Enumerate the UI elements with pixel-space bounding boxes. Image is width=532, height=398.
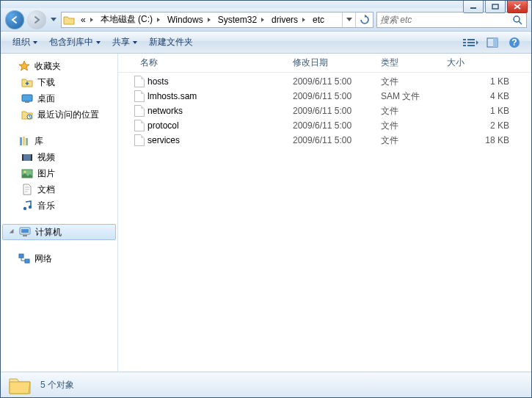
chevron-down-icon — [33, 41, 37, 44]
document-icon — [21, 184, 33, 195]
file-row[interactable]: lmhosts.sam2009/6/11 5:00SAM 文件4 KB — [118, 89, 531, 104]
column-name[interactable]: 名称 — [118, 54, 287, 72]
minimize-button[interactable] — [463, 0, 484, 13]
file-row[interactable]: protocol2009/6/11 5:00文件2 KB — [118, 118, 531, 133]
file-row[interactable]: hosts2009/6/11 5:00文件1 KB — [118, 74, 531, 89]
sidebar-libraries[interactable]: 库 — [1, 133, 117, 149]
desktop-icon — [21, 93, 33, 104]
file-size-cell: 1 KB — [441, 76, 531, 87]
breadcrumb-seg-system32[interactable]: System32 — [214, 12, 267, 27]
file-name: networks — [147, 106, 183, 116]
file-type-cell: 文件 — [375, 76, 441, 88]
file-date-cell: 2009/6/11 5:00 — [287, 76, 375, 87]
refresh-button[interactable] — [355, 12, 373, 27]
sidebar-desktop[interactable]: 桌面 — [1, 90, 117, 106]
breadcrumb-label: etc — [313, 15, 324, 25]
breadcrumb-label: Windows — [167, 15, 203, 25]
svg-rect-30 — [25, 259, 29, 263]
maximize-button[interactable] — [485, 0, 506, 13]
search-input[interactable] — [380, 15, 511, 25]
column-size[interactable]: 大小 — [441, 54, 531, 72]
include-in-library-menu[interactable]: 包含到库中 — [43, 33, 106, 51]
folder-icon — [62, 12, 76, 27]
title-bar — [1, 1, 531, 8]
newfolder-label: 新建文件夹 — [149, 36, 193, 48]
computer-icon — [19, 226, 31, 238]
sidebar-label: 计算机 — [34, 226, 62, 239]
svg-point-23 — [24, 171, 26, 173]
back-button[interactable] — [5, 10, 24, 29]
sidebar-label: 视频 — [36, 151, 55, 164]
sidebar-documents[interactable]: 文档 — [1, 181, 117, 198]
star-icon — [18, 60, 30, 72]
share-label: 共享 — [112, 36, 130, 48]
sidebar-group-favorites: 收藏夹 下载 桌面 最近访问的位置 — [1, 58, 117, 123]
sidebar-group-computer: 计算机 — [1, 224, 117, 240]
sidebar-computer[interactable]: 计算机 — [2, 224, 116, 240]
preview-pane-button[interactable] — [481, 35, 503, 51]
breadcrumb-seg-windows[interactable]: Windows — [163, 12, 214, 27]
sidebar-favorites[interactable]: 收藏夹 — [1, 58, 117, 74]
file-type-cell: SAM 文件 — [375, 90, 441, 103]
preview-pane-icon — [487, 37, 498, 48]
chevron-down-icon — [51, 18, 57, 22]
file-name-cell: lmhosts.sam — [118, 90, 287, 102]
view-icon — [462, 37, 478, 48]
file-name: lmhosts.sam — [147, 91, 197, 101]
file-list[interactable]: hosts2009/6/11 5:00文件1 KBlmhosts.sam2009… — [118, 73, 531, 372]
chevron-right-icon — [261, 18, 264, 22]
chevron-right-icon — [10, 229, 15, 235]
breadcrumb[interactable]: « 本地磁盘 (C:) Windows System32 drivers etc — [61, 12, 374, 28]
svg-rect-4 — [467, 39, 475, 40]
file-size-cell: 18 KB — [441, 135, 531, 145]
breadcrumb-overflow[interactable]: « — [76, 12, 96, 27]
sidebar-pictures[interactable]: 图片 — [1, 165, 117, 181]
svg-point-2 — [514, 16, 520, 22]
help-button[interactable]: ? — [503, 35, 525, 51]
new-folder-button[interactable]: 新建文件夹 — [143, 33, 199, 51]
breadcrumb-seg-etc[interactable]: etc — [308, 12, 327, 27]
file-icon — [134, 120, 145, 131]
minimize-icon — [470, 4, 477, 10]
file-date-cell: 2009/6/11 5:00 — [287, 91, 375, 101]
svg-rect-10 — [493, 38, 498, 47]
nav-history-dropdown[interactable] — [49, 12, 58, 27]
svg-rect-6 — [467, 42, 475, 43]
breadcrumb-dropdown[interactable] — [342, 12, 355, 27]
sidebar-label: 网络 — [33, 253, 52, 265]
search-button[interactable] — [511, 14, 523, 26]
refresh-icon — [360, 15, 370, 25]
main-area: 收藏夹 下载 桌面 最近访问的位置 库 视频 — [1, 54, 531, 372]
view-mode-button[interactable] — [459, 35, 481, 51]
expand-toggle[interactable] — [9, 231, 16, 234]
sidebar-recent[interactable]: 最近访问的位置 — [1, 106, 117, 123]
file-name: hosts — [147, 76, 169, 87]
breadcrumb-seg-drivers[interactable]: drivers — [267, 12, 308, 27]
breadcrumb-seg-drive[interactable]: 本地磁盘 (C:) — [96, 12, 163, 27]
share-menu[interactable]: 共享 — [106, 33, 143, 51]
nav-pane[interactable]: 收藏夹 下载 桌面 最近访问的位置 库 视频 — [1, 54, 118, 372]
chevron-right-icon — [302, 18, 305, 22]
file-name-cell: networks — [118, 105, 287, 117]
sidebar-network[interactable]: 网络 — [1, 250, 117, 267]
column-label: 名称 — [140, 57, 158, 69]
file-list-view: 名称 修改日期 类型 大小 hosts2009/6/11 5:00文件1 KBl… — [118, 54, 531, 372]
sidebar-videos[interactable]: 视频 — [1, 149, 117, 165]
svg-rect-19 — [22, 154, 32, 161]
organize-menu[interactable]: 组织 — [7, 33, 43, 51]
breadcrumb-label: 本地磁盘 (C:) — [101, 13, 153, 26]
sidebar-music[interactable]: 音乐 — [1, 198, 117, 214]
file-date-cell: 2009/6/11 5:00 — [287, 135, 375, 145]
forward-button[interactable] — [27, 10, 46, 29]
svg-rect-28 — [23, 235, 27, 236]
file-row[interactable]: services2009/6/11 5:00文件18 KB — [118, 133, 531, 148]
column-type[interactable]: 类型 — [375, 54, 441, 72]
close-button[interactable] — [507, 0, 528, 13]
column-label: 大小 — [447, 57, 464, 69]
column-date[interactable]: 修改日期 — [287, 54, 375, 72]
search-box[interactable] — [376, 12, 527, 28]
sidebar-downloads[interactable]: 下载 — [1, 74, 117, 90]
library-icon — [18, 135, 30, 147]
chevron-right-icon — [90, 18, 93, 22]
file-row[interactable]: networks2009/6/11 5:00文件1 KB — [118, 104, 531, 118]
